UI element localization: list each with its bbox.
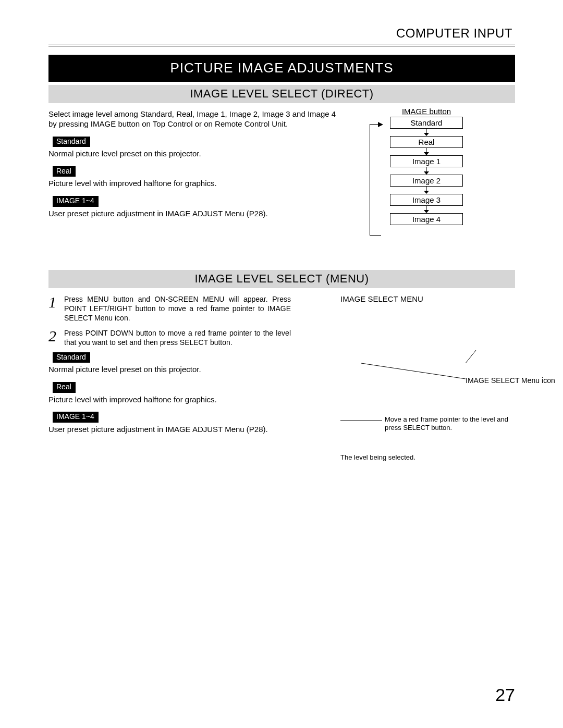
loop-line (370, 124, 381, 236)
arrow-down-icon (390, 167, 463, 175)
step-2-text: Press POINT DOWN button to move a red fr… (64, 328, 338, 347)
pill-image14: IMAGE 1~4 (53, 196, 99, 207)
section-menu: 1 Press MENU button and ON-SCREEN MENU w… (48, 294, 515, 466)
step-1-text: Press MENU button and ON-SCREEN MENU wil… (64, 294, 338, 323)
pill-image14-desc: User preset picture adjustment in IMAGE … (48, 209, 338, 219)
menu-left-column: 1 Press MENU button and ON-SCREEN MENU w… (48, 294, 338, 435)
direct-left-column: Select image level among Standard, Real,… (48, 109, 338, 218)
step-2: 2 Press POINT DOWN button to move a red … (48, 328, 338, 347)
svg-line-12 (466, 350, 476, 363)
menu-pill-standard-desc: Normal picture level preset on this proj… (48, 365, 338, 375)
menu-banner: IMAGE LEVEL SELECT (MENU) (48, 270, 515, 288)
annot-title: IMAGE SELECT MENU (340, 294, 563, 303)
menu-pill-image14-desc: User preset picture adjustment in IMAGE … (48, 425, 338, 435)
diagram-title: IMAGE button (381, 107, 472, 116)
diagram-box-standard: Standard (390, 117, 463, 129)
pill-real-desc: Picture level with improved halftone for… (48, 179, 338, 189)
section-direct: Select image level among Standard, Real,… (48, 109, 515, 261)
svg-marker-6 (424, 171, 429, 175)
direct-intro-text: Select image level among Standard, Real,… (48, 109, 338, 129)
diagram-box-image2: Image 2 (390, 175, 463, 187)
annot-move-label: Move a red frame pointer to the level an… (385, 415, 520, 433)
step-2-number: 2 (48, 328, 64, 347)
step-1: 1 Press MENU button and ON-SCREEN MENU w… (48, 294, 338, 323)
title-banner: PICTURE IMAGE ADJUSTMENTS (48, 55, 515, 82)
menu-pill-real-desc: Picture level with improved halftone for… (48, 395, 338, 405)
arrow-right-icon (378, 122, 383, 127)
annot-level-label: The level being selected. (340, 453, 476, 461)
step-1-number: 1 (48, 294, 64, 323)
arrow-down-icon (390, 206, 463, 213)
direct-diagram: IMAGE button Standard Real Image 1 Image… (338, 107, 515, 225)
svg-marker-4 (424, 152, 429, 155)
menu-pill-image14: IMAGE 1~4 (53, 412, 99, 423)
pill-standard: Standard (53, 137, 90, 147)
svg-marker-0 (378, 122, 383, 127)
pill-real: Real (53, 166, 76, 177)
svg-marker-2 (424, 133, 429, 136)
menu-pill-standard: Standard (53, 352, 90, 363)
direct-banner: IMAGE LEVEL SELECT (DIRECT) (48, 85, 515, 103)
menu-pill-real: Real (53, 382, 76, 393)
arrow-down-icon (390, 187, 463, 194)
diagram-box-image1: Image 1 (390, 155, 463, 167)
menu-annotations: IMAGE SELECT MENU IMAGE SELECT Menu icon… (340, 294, 563, 465)
arrow-down-icon (390, 129, 463, 136)
annot-icon-label: IMAGE SELECT Menu icon (466, 376, 559, 386)
diagram-box-image3: Image 3 (390, 194, 463, 206)
diagram-box-real: Real (390, 136, 463, 148)
arrow-down-icon (390, 148, 463, 155)
header-rule (48, 44, 515, 46)
svg-line-11 (361, 363, 466, 379)
svg-marker-10 (424, 210, 429, 213)
diagram-box-image4: Image 4 (390, 213, 463, 225)
svg-marker-8 (424, 191, 429, 194)
pill-standard-desc: Normal picture level preset on this proj… (48, 149, 338, 159)
section-header: COMPUTER INPUT (48, 26, 515, 41)
page-number: 27 (495, 685, 515, 705)
annotation-lines-icon (340, 335, 563, 465)
